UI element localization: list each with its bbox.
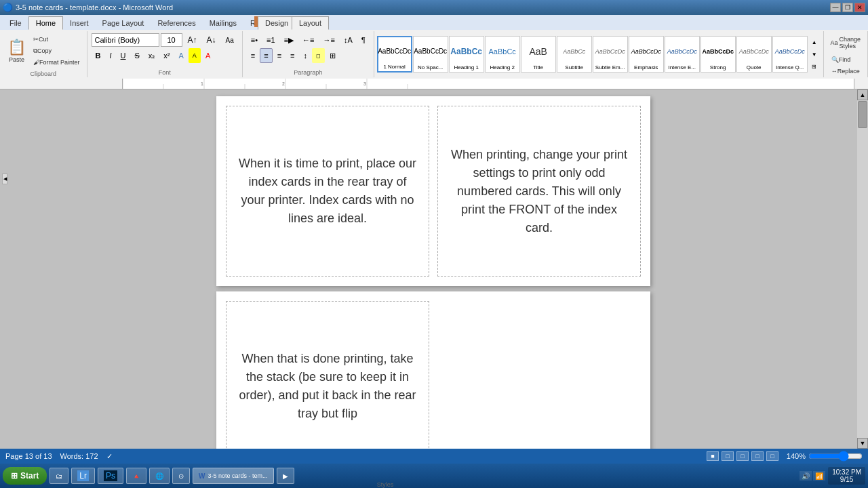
taskbar-app-chrome[interactable]: ⊙	[172, 468, 190, 484]
page-nav-strip[interactable]: ◀	[2, 174, 7, 184]
style-emphasis[interactable]: AaBbCcDc Emphasis	[629, 36, 664, 73]
highlight-button[interactable]: A	[189, 48, 201, 63]
outline-icon[interactable]: □	[751, 451, 764, 461]
text-effects-button[interactable]: A	[175, 48, 188, 63]
vertical-scrollbar[interactable]: ▲ ▼	[857, 89, 868, 449]
show-formatting-button[interactable]: ¶	[357, 33, 370, 47]
numbering-button[interactable]: ≡1	[262, 33, 279, 47]
font-name-input[interactable]	[92, 33, 159, 47]
tab-file[interactable]: File	[3, 16, 28, 30]
date-display: 9/15	[832, 476, 861, 483]
justify-button[interactable]: ≡	[286, 48, 298, 63]
index-card-2[interactable]: When printing, change your print setting…	[437, 106, 641, 277]
grow-font-button[interactable]: A↑	[184, 33, 201, 47]
style-subtitle[interactable]: AaBbCc Subtitle	[557, 36, 592, 73]
copy-button[interactable]: ⧉ Copy	[31, 45, 83, 56]
scroll-track[interactable]	[857, 100, 868, 438]
lr-icon: Lr	[77, 470, 89, 481]
font-size-input[interactable]	[161, 33, 182, 47]
align-right-button[interactable]: ≡	[273, 48, 285, 63]
style-quote[interactable]: AaBbCcDc Quote	[736, 36, 772, 73]
strikethrough-button[interactable]: S	[131, 48, 144, 63]
replace-button[interactable]: ↔ Replace	[829, 66, 863, 77]
taskbar-app-explorer[interactable]: 🗂	[50, 468, 68, 484]
close-button[interactable]: ✕	[854, 3, 865, 12]
tab-references[interactable]: References	[151, 16, 202, 30]
style-strong[interactable]: AaBbCcDc Strong	[701, 36, 736, 73]
minimize-button[interactable]: —	[830, 3, 841, 12]
underline-button[interactable]: U	[117, 48, 130, 63]
style-intense-em[interactable]: AaBbCcDc Intense E...	[665, 36, 700, 73]
paste-icon: 📋	[7, 39, 26, 56]
volume-icon[interactable]: 📶	[813, 471, 825, 481]
style-subtle-em[interactable]: AaBbCcDc Subtle Em...	[593, 36, 628, 73]
increase-indent-button[interactable]: →≡	[319, 33, 338, 47]
scroll-thumb[interactable]	[858, 101, 867, 128]
explorer-icon: 🗂	[56, 472, 62, 480]
cut-button[interactable]: ✂ Cut	[31, 34, 83, 45]
draft-icon[interactable]: □	[766, 451, 778, 461]
taskbar-app-vlc2[interactable]: ▶	[277, 468, 294, 484]
index-card-1[interactable]: When it is time to print, place our inde…	[226, 106, 429, 277]
italic-button[interactable]: I	[105, 48, 115, 63]
zoom-slider[interactable]	[808, 452, 863, 460]
web-layout-icon[interactable]: □	[736, 451, 749, 461]
style-title[interactable]: AaB Title	[521, 36, 556, 73]
start-button[interactable]: ⊞ Start	[3, 467, 47, 485]
font-label: Font	[159, 69, 171, 76]
restore-button[interactable]: ❐	[842, 3, 853, 12]
multilevel-button[interactable]: ≡▶	[280, 33, 298, 47]
shading-button[interactable]: ◻	[312, 48, 325, 63]
tab-insert[interactable]: Insert	[63, 16, 96, 30]
superscript-button[interactable]: x²	[159, 48, 174, 63]
taskbar-app-lr[interactable]: Lr	[71, 468, 95, 484]
firefox-icon: 🌐	[155, 472, 163, 480]
word-count: Words: 172	[60, 452, 98, 460]
taskbar-app-firefox[interactable]: 🌐	[149, 468, 170, 484]
styles-scroll-up[interactable]: ▲	[810, 36, 819, 48]
decrease-indent-button[interactable]: ←≡	[298, 33, 318, 47]
style-heading2[interactable]: AaBbCc Heading 2	[485, 36, 520, 73]
bold-button[interactable]: B	[92, 48, 105, 63]
align-center-button[interactable]: ≡	[260, 48, 272, 63]
styles-more[interactable]: ⊞	[810, 60, 819, 73]
tab-home[interactable]: Home	[28, 16, 63, 30]
style-intense-q[interactable]: AaBbCcDc Intense Q...	[772, 36, 808, 73]
clock[interactable]: 10:32 PM 9/15	[828, 467, 865, 485]
index-card-3[interactable]: When that is done printing, take the sta…	[226, 301, 429, 449]
font-color-button[interactable]: A	[201, 48, 214, 63]
ruler-inner: 1 2 3	[122, 79, 854, 89]
tab-mailings[interactable]: Mailings	[203, 16, 243, 30]
sort-button[interactable]: ↕A	[340, 33, 357, 47]
find-button[interactable]: 🔍 Find	[829, 54, 863, 65]
change-styles-button[interactable]: Aa ChangeStyles	[827, 33, 865, 53]
scroll-up-button[interactable]: ▲	[857, 89, 868, 100]
style-normal[interactable]: AaBbCcDc 1 Normal	[377, 36, 412, 73]
align-left-button[interactable]: ≡	[247, 48, 259, 63]
styles-scroll-down[interactable]: ▼	[810, 48, 819, 60]
shrink-font-button[interactable]: A↓	[203, 33, 220, 47]
style-heading1[interactable]: AaBbCc Heading 1	[449, 36, 484, 73]
full-screen-icon[interactable]: □	[722, 451, 734, 461]
style-no-spacing[interactable]: AaBbCcDc No Spac...	[413, 36, 448, 73]
style-heading2-preview: AaBbCc	[487, 38, 518, 64]
network-icon[interactable]: 🔊	[800, 471, 812, 481]
print-layout-icon[interactable]: ■	[707, 451, 719, 461]
style-emphasis-preview: AaBbCcDc	[631, 38, 662, 64]
borders-button[interactable]: ⊞	[326, 48, 340, 63]
document-area[interactable]: When it is time to print, place our inde…	[9, 89, 857, 449]
taskbar-app-ps[interactable]: Ps	[98, 468, 123, 484]
bullets-button[interactable]: ≡•	[247, 33, 262, 47]
clear-format-button[interactable]: Aa	[222, 33, 238, 47]
line-spacing-button[interactable]: ↕	[299, 48, 311, 63]
format-painter-button[interactable]: 🖌 Format Painter	[31, 57, 83, 68]
tab-design[interactable]: Design	[258, 16, 296, 30]
svg-text:1: 1	[201, 81, 203, 86]
scroll-down-button[interactable]: ▼	[857, 438, 868, 449]
tab-layout[interactable]: Layout	[292, 16, 329, 30]
taskbar-app-word[interactable]: W 3-5 note cards - tem...	[193, 468, 274, 484]
paste-button[interactable]: 📋 Paste	[4, 33, 29, 69]
tab-page-layout[interactable]: Page Layout	[96, 16, 151, 30]
taskbar-app-vlc[interactable]: 🔺	[126, 468, 146, 484]
subscript-button[interactable]: x₂	[144, 48, 159, 63]
